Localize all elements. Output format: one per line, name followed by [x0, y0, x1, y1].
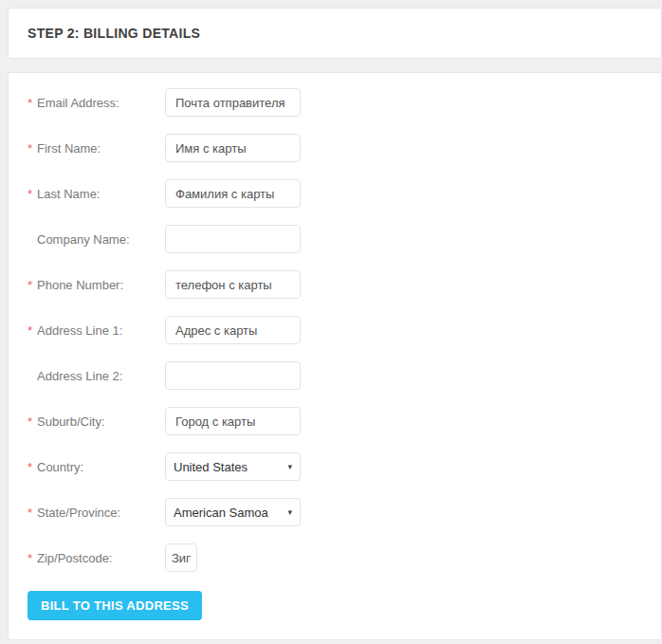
- country-select[interactable]: United States: [165, 452, 301, 481]
- field-label-text: Address Line 1:: [37, 323, 122, 338]
- field-label-text: Suburb/City:: [37, 414, 105, 429]
- required-asterisk: *: [28, 506, 37, 520]
- required-asterisk: *: [28, 278, 37, 292]
- country-select-wrap: United States ▾: [165, 452, 301, 481]
- email-input[interactable]: [165, 88, 301, 117]
- form-row-company-name: Company Name:: [28, 225, 642, 253]
- state-province-label: * State/Province:: [28, 506, 165, 520]
- field-label-text: Last Name:: [37, 187, 100, 201]
- suburb-city-label: * Suburb/City:: [28, 414, 165, 429]
- address-line-2-input[interactable]: [165, 361, 301, 390]
- form-row-zip-postcode: * Zip/Postcode:: [28, 543, 642, 572]
- billing-details-header: STEP 2: BILLING DETAILS: [8, 8, 662, 59]
- bill-to-this-address-button[interactable]: BILL TO THIS ADDRESS: [28, 591, 202, 620]
- form-row-phone-number: * Phone Number:: [28, 270, 642, 299]
- required-asterisk: *: [28, 141, 37, 156]
- required-asterisk: *: [28, 414, 37, 429]
- required-asterisk: *: [28, 551, 37, 565]
- form-row-email: * Email Address:: [28, 88, 642, 117]
- address-line-1-input[interactable]: [165, 316, 301, 344]
- company-name-input[interactable]: [165, 225, 301, 253]
- phone-number-label: * Phone Number:: [28, 278, 165, 292]
- form-row-suburb-city: * Suburb/City:: [28, 407, 642, 435]
- required-asterisk: [28, 232, 37, 247]
- email-label: * Email Address:: [28, 96, 165, 110]
- first-name-input[interactable]: [165, 134, 301, 162]
- required-asterisk: *: [28, 96, 37, 110]
- field-label-text: Address Line 2:: [37, 369, 122, 383]
- form-row-address-line-1: * Address Line 1:: [28, 316, 642, 344]
- form-row-state-province: * State/Province: American Samoa ▾: [28, 498, 642, 526]
- company-name-label: Company Name:: [28, 232, 165, 247]
- address-line-1-label: * Address Line 1:: [28, 323, 165, 338]
- field-label-text: Zip/Postcode:: [37, 551, 113, 565]
- form-row-country: * Country: United States ▾: [28, 452, 642, 481]
- first-name-label: * First Name:: [28, 141, 165, 156]
- zip-postcode-input[interactable]: [165, 543, 197, 572]
- billing-details-form: * Email Address: * First Name: * Last Na…: [8, 72, 662, 640]
- form-row-address-line-2: Address Line 2:: [28, 361, 642, 390]
- field-label-text: State/Province:: [37, 506, 120, 520]
- zip-postcode-label: * Zip/Postcode:: [28, 551, 165, 565]
- field-label-text: Phone Number:: [37, 278, 123, 292]
- required-asterisk: *: [28, 460, 37, 474]
- phone-number-input[interactable]: [165, 270, 301, 299]
- last-name-label: * Last Name:: [28, 187, 165, 201]
- country-label: * Country:: [28, 460, 165, 474]
- form-row-first-name: * First Name:: [28, 134, 642, 162]
- field-label-text: Company Name:: [37, 232, 130, 247]
- field-label-text: Country:: [37, 460, 83, 474]
- last-name-input[interactable]: [165, 179, 301, 208]
- suburb-city-input[interactable]: [165, 407, 301, 435]
- field-label-text: Email Address:: [37, 96, 120, 110]
- page-title: STEP 2: BILLING DETAILS: [28, 26, 200, 41]
- required-asterisk: *: [28, 187, 37, 201]
- required-asterisk: *: [28, 323, 37, 338]
- field-label-text: First Name:: [37, 141, 101, 156]
- form-row-last-name: * Last Name:: [28, 179, 642, 208]
- address-line-2-label: Address Line 2:: [28, 369, 165, 383]
- required-asterisk: [28, 369, 37, 383]
- state-province-select[interactable]: American Samoa: [165, 498, 301, 526]
- state-province-select-wrap: American Samoa ▾: [165, 498, 301, 526]
